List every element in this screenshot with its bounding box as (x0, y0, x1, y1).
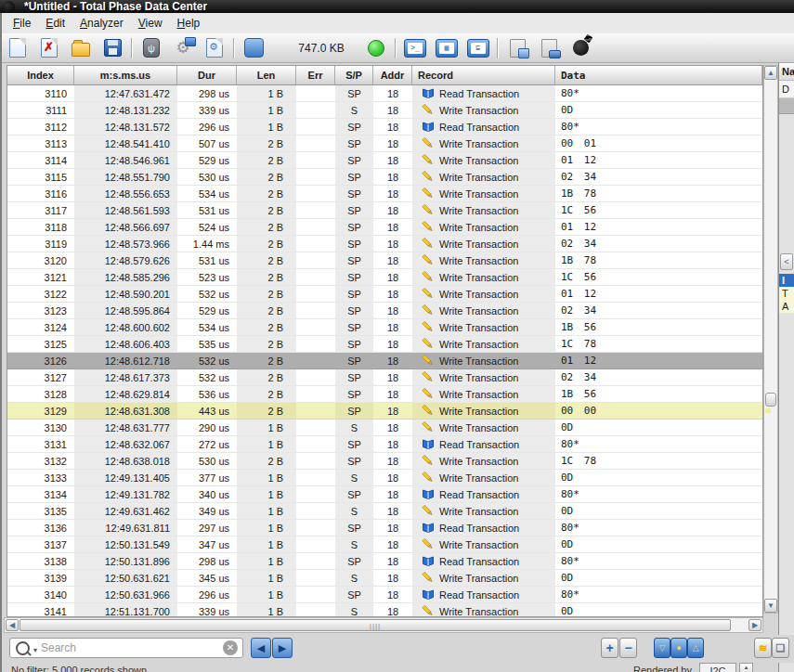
close-capture-button[interactable]: ✗ (37, 36, 61, 60)
table-row[interactable]: 314012:50.631.966296 us1 BSP18Read Trans… (7, 587, 762, 603)
menu-item-analyzer[interactable]: Analyzer (72, 14, 131, 32)
table-row[interactable]: 312312:48.595.864529 us2 BSP18Write Tran… (7, 303, 762, 319)
table-row[interactable]: 312812:48.629.814536 us2 BSP18Write Tran… (7, 386, 762, 403)
table-row[interactable]: 313712:50.131.549347 us1 BS18Write Trans… (7, 536, 762, 553)
protocol-lens-select[interactable]: I2C (699, 663, 736, 672)
table-row[interactable]: 311012:47.631.472298 us1 BSP18Read Trans… (7, 85, 762, 102)
table-row[interactable]: 312512:48.606.403535 us2 BSP18Write Tran… (7, 336, 762, 353)
column-header-err[interactable]: Err (296, 66, 335, 84)
save-selection-button[interactable] (537, 36, 561, 60)
goto-begin-button[interactable]: ▽ (654, 638, 670, 658)
table-row[interactable]: 313412:49.131.782340 us1 BSP18Read Trans… (7, 486, 762, 503)
cell-addr: 18 (373, 219, 412, 236)
cell-time: 12:50.131.896 (74, 553, 177, 570)
save-file-button[interactable] (100, 36, 124, 60)
table-row[interactable]: 311812:48.566.697524 us2 BSP18Write Tran… (7, 219, 762, 236)
vertical-scrollbar[interactable]: ▲ ▼ (763, 65, 778, 614)
table-row[interactable]: 313012:48.631.777290 us1 BS18Write Trans… (7, 420, 762, 436)
cell-dur: 532 us (177, 353, 237, 369)
horizontal-scroll-thumb[interactable]: |||| (20, 619, 731, 631)
cell-addr: 18 (373, 186, 412, 202)
table-row[interactable]: 311512:48.551.790530 us2 BSP18Write Tran… (7, 169, 762, 186)
table-row[interactable]: 311212:48.131.572296 us1 BSP18Read Trans… (7, 119, 762, 136)
search-options-caret-icon[interactable]: ▾ (33, 646, 37, 654)
column-header-len[interactable]: Len (237, 66, 296, 84)
goto-end-button[interactable]: △ (687, 638, 704, 658)
zoom-in-button[interactable]: + (601, 638, 618, 658)
search-clear-icon[interactable]: ✕ (223, 640, 238, 655)
column-header-dur[interactable]: Dur (177, 66, 237, 84)
zoom-out-button[interactable]: − (619, 638, 637, 658)
scroll-right-button[interactable]: ▶ (748, 619, 761, 631)
table-row[interactable]: 311612:48.556.653534 us2 BSP18Write Tran… (7, 186, 762, 202)
bomb-logo-button[interactable] (568, 36, 592, 60)
table-row[interactable]: 313112:48.632.067272 us1 BSP18Read Trans… (7, 436, 762, 453)
capture-control-button[interactable] (241, 36, 266, 60)
cell-index: 3129 (7, 403, 74, 420)
table-row[interactable]: 311112:48.131.232339 us1 BS18Write Trans… (7, 102, 762, 119)
search-prev-button[interactable]: ◀ (251, 638, 271, 658)
vertical-scroll-thumb[interactable] (765, 393, 776, 407)
table-row[interactable]: 312912:48.631.308443 us2 BSP18Write Tran… (7, 403, 762, 420)
table-row[interactable]: 314112:51.131.700339 us1 BS18Write Trans… (7, 603, 762, 617)
write-transaction-icon (422, 171, 435, 183)
capture-settings-button[interactable]: ⚙ (171, 36, 195, 60)
table-row[interactable]: 312612:48.612.718532 us2 BSP18Write Tran… (7, 353, 762, 369)
cell-len: 2 B (237, 453, 296, 470)
device-settings-button[interactable]: ⚙ (202, 36, 227, 60)
cell-data: 80* (555, 486, 762, 503)
table-row[interactable]: 313312:49.131.405377 us1 BS18Write Trans… (7, 470, 762, 486)
paste-button[interactable] (505, 36, 529, 60)
scroll-left-button[interactable]: ◀ (6, 619, 19, 631)
cell-dur: 531 us (177, 202, 237, 219)
panel-collapse-button[interactable]: < (780, 253, 793, 270)
cell-data: 0D (555, 536, 762, 553)
cell-addr: 18 (373, 420, 412, 436)
table-row[interactable]: 311912:48.573.9661.44 ms2 BSP18Write Tra… (7, 236, 762, 252)
table-row[interactable]: 313512:49.631.462349 us1 BS18Write Trans… (7, 503, 762, 520)
column-header-s-p[interactable]: S/P (335, 66, 373, 84)
scroll-down-button[interactable]: ▼ (764, 599, 777, 613)
cell-dur: 296 us (177, 587, 237, 603)
table-row[interactable]: 313212:48.638.018530 us2 BSP18Write Tran… (7, 453, 762, 470)
connect-device-button[interactable]: ψ (139, 36, 163, 60)
goto-position-button[interactable]: ● (670, 638, 687, 658)
search-next-button[interactable]: ▶ (272, 638, 293, 658)
column-header-data[interactable]: Data (555, 66, 762, 84)
record-label: Write Transaction (439, 186, 518, 202)
table-row[interactable]: 311712:48.561.593531 us2 BSP18Write Tran… (7, 202, 762, 219)
table-row[interactable]: 312412:48.600.602534 us2 BSP18Write Tran… (7, 319, 762, 336)
column-header-addr[interactable]: Addr (373, 66, 412, 84)
record-label: Read Transaction (439, 486, 519, 503)
new-capture-button[interactable] (6, 36, 30, 60)
menu-item-edit[interactable]: Edit (38, 14, 72, 32)
column-header-index[interactable]: Index (7, 66, 74, 84)
protocol-lens-spinner[interactable]: ▲▼ (739, 663, 753, 672)
realtime-hold-button[interactable]: ≋ (754, 638, 772, 658)
cell-err (296, 486, 335, 503)
table-row[interactable]: 311412:48.546.961529 us2 BSP18Write Tran… (7, 152, 762, 169)
scroll-up-button[interactable]: ▲ (764, 66, 777, 80)
open-file-button[interactable] (69, 36, 93, 60)
table-row[interactable]: 311312:48.541.410507 us2 BSP18Write Tran… (7, 136, 762, 152)
column-header-record[interactable]: Record (412, 66, 555, 84)
cell-time: 12:51.131.700 (74, 603, 177, 617)
terminal-view-button[interactable]: >_ (403, 36, 427, 60)
table-row[interactable]: 313612:49.631.811297 us1 BSP18Read Trans… (7, 520, 762, 536)
table-row[interactable]: 313812:50.131.896298 us1 BSP18Read Trans… (7, 553, 762, 570)
table-row[interactable]: 312112:48.585.296523 us2 BSP18Write Tran… (7, 269, 762, 286)
horizontal-scrollbar[interactable]: ◀ |||| ▶ (4, 617, 763, 633)
search-input[interactable] (39, 640, 223, 655)
table-row[interactable]: 312712:48.617.373532 us2 BSP18Write Tran… (7, 369, 762, 386)
table-row[interactable]: 312212:48.590.201532 us2 BSP18Write Tran… (7, 286, 762, 303)
cell-index: 3135 (7, 503, 74, 520)
column-header-m-s-ms-us[interactable]: m:s.ms.us (74, 66, 177, 84)
menu-item-file[interactable]: File (6, 14, 38, 32)
scroll-log-button[interactable]: ❏ (772, 638, 789, 658)
table-row[interactable]: 312012:48.579.626531 us2 BSP18Write Tran… (7, 252, 762, 269)
transaction-view-button[interactable]: ▦ (435, 36, 459, 60)
menu-item-view[interactable]: View (131, 14, 170, 32)
timeline-view-button[interactable]: ⊑ (466, 36, 490, 60)
table-row[interactable]: 313912:50.631.621345 us1 BS18Write Trans… (7, 570, 762, 587)
menu-item-help[interactable]: Help (170, 14, 208, 32)
